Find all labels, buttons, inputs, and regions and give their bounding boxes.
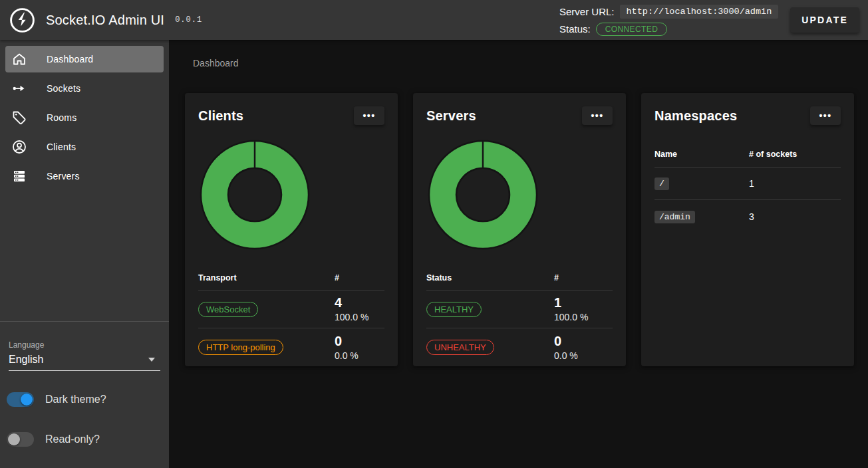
servers-more-options-button[interactable]: •••	[582, 106, 613, 125]
namespace-chip: /	[654, 177, 669, 190]
language-value: English	[9, 354, 43, 366]
column-header: Status	[426, 273, 554, 283]
sidebar: Dashboard Sockets Rooms	[0, 40, 169, 468]
sidebar-item-label: Sockets	[47, 83, 80, 94]
main-content: Dashboard Clients ••• Transport # WebSoc…	[169, 40, 868, 468]
app-bar: Socket.IO Admin UI 0.0.1 Server URL: htt…	[0, 0, 868, 40]
column-header: #	[335, 273, 384, 283]
language-select[interactable]: English	[9, 354, 160, 371]
sidebar-item-servers[interactable]: Servers	[5, 163, 164, 189]
namespaces-more-options-button[interactable]: •••	[810, 106, 841, 125]
column-header: Name	[654, 150, 749, 159]
update-button[interactable]: UPDATE	[790, 7, 859, 33]
namespaces-table: Name # of sockets / 1 /admin 3	[654, 141, 841, 233]
account-circle-icon	[11, 139, 27, 155]
status-badge: CONNECTED	[596, 23, 668, 36]
namespace-chip: /admin	[654, 211, 695, 223]
column-header: #	[554, 273, 613, 283]
read-only-label: Read-only?	[45, 433, 100, 445]
brand: Socket.IO Admin UI 0.0.1	[0, 7, 202, 34]
sidebar-item-clients[interactable]: Clients	[5, 134, 164, 160]
socket-arrow-icon	[11, 80, 27, 96]
dots-horizontal-icon: •••	[591, 110, 603, 121]
status-badge: UNHEALTHY	[426, 340, 494, 355]
percent-value: 0.0 %	[554, 350, 613, 362]
sidebar-item-dashboard[interactable]: Dashboard	[5, 46, 164, 72]
sidebar-item-label: Rooms	[47, 112, 76, 123]
clients-table: Transport # WebSocket 4 100.0 % HTTP lon…	[198, 266, 384, 366]
tag-icon	[11, 110, 27, 126]
transport-badge: HTTP long-polling	[198, 340, 283, 355]
table-row: UNHEALTHY 0 0.0 %	[426, 328, 613, 366]
status-badge: HEALTHY	[426, 302, 482, 317]
table-row: HEALTHY 1 100.0 %	[426, 291, 613, 328]
clients-card: Clients ••• Transport # WebSocket 4 100.…	[185, 93, 398, 366]
table-row: / 1	[654, 168, 841, 200]
count-value: 1	[554, 294, 613, 310]
server-url-label: Server URL:	[559, 6, 615, 17]
server-url-value[interactable]: http://localhost:3000/admin	[620, 5, 779, 19]
namespaces-card-title: Namespaces	[654, 108, 737, 124]
app-version: 0.0.1	[175, 15, 202, 25]
dashboard-cards: Clients ••• Transport # WebSocket 4 100.…	[185, 93, 854, 366]
clients-donut-chart	[199, 139, 311, 251]
table-row: HTTP long-polling 0 0.0 %	[198, 328, 384, 366]
sidebar-item-sockets[interactable]: Sockets	[5, 75, 164, 102]
servers-table: Status # HEALTHY 1 100.0 % UNHEALTHY 0 0…	[426, 266, 613, 366]
percent-value: 100.0 %	[335, 311, 384, 324]
sidebar-item-label: Servers	[47, 171, 80, 181]
sidebar-item-label: Clients	[47, 142, 76, 152]
clients-more-options-button[interactable]: •••	[354, 106, 384, 125]
connection-info: Server URL: http://localhost:3000/admin …	[559, 5, 778, 36]
column-header: # of sockets	[749, 150, 841, 159]
status-label: Status:	[559, 23, 591, 35]
dark-theme-toggle[interactable]	[7, 392, 34, 407]
socket-count: 1	[749, 178, 841, 189]
dots-horizontal-icon: •••	[819, 110, 831, 121]
read-only-toggle[interactable]	[7, 432, 34, 447]
app-title: Socket.IO Admin UI	[46, 13, 164, 28]
chevron-down-icon	[148, 358, 155, 362]
socketio-logo-icon	[9, 7, 36, 34]
count-value: 0	[554, 333, 613, 349]
servers-card: Servers ••• Status # HEALTHY 1 100.0 % U	[413, 93, 626, 366]
language-label: Language	[9, 340, 161, 350]
server-stack-icon	[11, 168, 27, 184]
sidebar-item-rooms[interactable]: Rooms	[5, 104, 164, 131]
namespaces-card: Namespaces ••• Name # of sockets / 1 /ad…	[641, 93, 854, 366]
transport-badge: WebSocket	[198, 302, 258, 317]
table-row: /admin 3	[654, 200, 841, 233]
sidebar-nav: Dashboard Sockets Rooms	[0, 40, 169, 189]
dots-horizontal-icon: •••	[362, 110, 375, 121]
socket-count: 3	[749, 211, 841, 222]
column-header: Transport	[198, 273, 335, 283]
servers-donut-chart	[427, 139, 539, 251]
servers-card-title: Servers	[426, 108, 476, 124]
sidebar-item-label: Dashboard	[47, 54, 93, 64]
sidebar-settings: Language English Dark theme? Read-only?	[0, 321, 169, 468]
count-value: 0	[335, 333, 384, 349]
clients-card-title: Clients	[198, 108, 243, 124]
percent-value: 100.0 %	[554, 311, 613, 324]
breadcrumb: Dashboard	[193, 58, 239, 68]
count-value: 4	[335, 294, 384, 310]
home-icon	[11, 51, 27, 67]
table-row: WebSocket 4 100.0 %	[198, 291, 384, 328]
percent-value: 0.0 %	[335, 350, 384, 362]
dark-theme-label: Dark theme?	[45, 394, 106, 406]
